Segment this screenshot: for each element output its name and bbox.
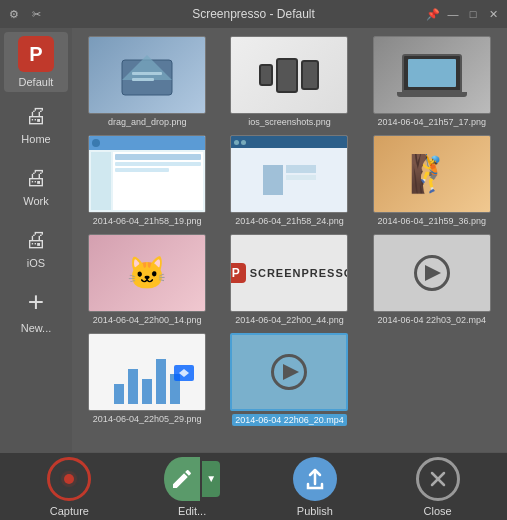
interface-dot: [92, 139, 100, 147]
publish-button[interactable]: Publish: [285, 457, 345, 517]
thumbnail-21h57[interactable]: 2014-06-04_21h57_17.png: [365, 36, 499, 127]
edit-icon[interactable]: [164, 457, 200, 501]
svg-rect-3: [132, 78, 154, 81]
interface-content: [89, 150, 205, 212]
thumb-image-drag-drop: [88, 36, 206, 114]
new-icon: +: [28, 286, 44, 318]
sidebar: P Default 🖨 Home 🖨 Work 🖨 iOS + New...: [0, 28, 72, 452]
title-bar-left: ⚙ ✂: [6, 6, 44, 22]
thumb-image-21h58-24: [230, 135, 348, 213]
work-icon: 🖨: [25, 165, 47, 191]
thumb-label-ios: ios_screenshots.png: [248, 117, 331, 127]
ios-icon: 🖨: [25, 227, 47, 253]
sidebar-item-new[interactable]: + New...: [4, 280, 68, 340]
main-area: P Default 🖨 Home 🖨 Work 🖨 iOS + New...: [0, 28, 507, 452]
thumbnail-22h06-20[interactable]: 2014-06-04 22h06_20.mp4: [222, 333, 356, 426]
sidebar-item-ios[interactable]: 🖨 iOS: [4, 218, 68, 278]
thumb-image-22h00-14: 🐱: [88, 234, 206, 312]
thumbnail-drag-drop[interactable]: drag_and_drop.png: [80, 36, 214, 127]
minimize-button[interactable]: —: [445, 6, 461, 22]
ios-visual: [231, 37, 347, 113]
sc-line-2: [286, 175, 316, 180]
screenshot-content: [263, 165, 316, 195]
thumb-label-22h00-14: 2014-06-04_22h00_14.png: [93, 315, 202, 325]
play-button-1: [414, 255, 450, 291]
interface-topbar: [89, 136, 205, 150]
content-line-2: [115, 162, 201, 166]
content-line-1: [115, 154, 201, 160]
sp-logo: P SCREENPRESSO: [230, 263, 348, 283]
bottom-toolbar: Capture ▼ Edit... Publish: [0, 452, 507, 520]
window-title: Screenpresso - Default: [192, 7, 315, 21]
thumb-label-21h58-19: 2014-06-04_21h58_19.png: [93, 216, 202, 226]
sidebar-item-default[interactable]: P Default: [4, 32, 68, 92]
close-icon: [416, 457, 460, 501]
interface-visual: [89, 136, 205, 212]
thumb-label-drag-drop: drag_and_drop.png: [108, 117, 187, 127]
thumb-image-21h59-36: 🧗: [373, 135, 491, 213]
screenpresso-visual: P SCREENPRESSO: [231, 235, 347, 311]
capture-svg: [55, 465, 83, 493]
tool-icon[interactable]: ✂: [28, 6, 44, 22]
svg-point-8: [64, 474, 74, 484]
laptop-screen: [408, 59, 456, 87]
thumb-label-21h57: 2014-06-04_21h57_17.png: [378, 117, 487, 127]
publish-svg: [302, 466, 328, 492]
thumb-image-22h03: [373, 234, 491, 312]
thumbnail-21h58-24[interactable]: 2014-06-04_21h58_24.png: [222, 135, 356, 226]
screenshot-bar: [231, 136, 347, 148]
drag-drop-visual: [89, 37, 205, 113]
sc-block-1: [263, 165, 283, 195]
maximize-button[interactable]: □: [465, 6, 481, 22]
play-triangle-2: [283, 364, 299, 380]
sidebar-item-work[interactable]: 🖨 Work: [4, 156, 68, 216]
home-icon: 🖨: [25, 103, 47, 129]
screenshot-visual: [231, 136, 347, 212]
video-visual-2: [232, 335, 346, 409]
sidebar-label-home: Home: [21, 133, 50, 145]
close-button[interactable]: Close: [408, 457, 468, 517]
capture-button[interactable]: Capture: [39, 457, 99, 517]
chart-bar-1: [114, 384, 124, 404]
thumbnail-22h03[interactable]: 2014-06-04 22h03_02.mp4: [365, 234, 499, 325]
laptop-shape: [402, 54, 462, 92]
play-triangle-1: [425, 265, 441, 281]
publish-label: Publish: [297, 505, 333, 517]
thumb-image-21h58-19: [88, 135, 206, 213]
thumbnail-21h59-36[interactable]: 🧗 2014-06-04_21h59_36.png: [365, 135, 499, 226]
chart-bar-3: [142, 379, 152, 404]
thumb-image-21h57: [373, 36, 491, 114]
thumbnail-22h00-14[interactable]: 🐱 2014-06-04_22h00_14.png: [80, 234, 214, 325]
thumb-image-ios: [230, 36, 348, 114]
sidebar-item-home[interactable]: 🖨 Home: [4, 94, 68, 154]
edit-svg: [170, 467, 194, 491]
ss-dot-2: [241, 140, 246, 145]
publish-icon: [293, 457, 337, 501]
capture-label: Capture: [50, 505, 89, 517]
edit-dropdown-arrow[interactable]: ▼: [202, 461, 220, 497]
thumbnail-21h58-19[interactable]: 2014-06-04_21h58_19.png: [80, 135, 214, 226]
edit-button-group[interactable]: ▼ Edit...: [162, 457, 222, 517]
chart-bar-4: [156, 359, 166, 404]
close-button[interactable]: ✕: [485, 6, 501, 22]
thumbnail-ios[interactable]: ios_screenshots.png: [222, 36, 356, 127]
sp-icon: P: [230, 263, 245, 283]
thumbnail-22h00-44[interactable]: P SCREENPRESSO 2014-06-04_22h00_44.png: [222, 234, 356, 325]
thumbnail-22h05-29[interactable]: 2014-06-04_22h05_29.png: [80, 333, 214, 426]
ss-dot-1: [234, 140, 239, 145]
title-bar-right: 📌 — □ ✕: [425, 6, 501, 22]
phone-small: [259, 64, 273, 86]
content-area: drag_and_drop.png ios_screenshots.png: [72, 28, 507, 452]
thumb-label-21h59-36: 2014-06-04_21h59_36.png: [378, 216, 487, 226]
chart-visual: [89, 334, 205, 410]
settings-icon[interactable]: ⚙: [6, 6, 22, 22]
laptop-base: [397, 92, 467, 97]
edit-area: ▼: [164, 457, 220, 501]
thumb-label-22h06-20: 2014-06-04 22h06_20.mp4: [232, 414, 347, 426]
play-button-2: [271, 354, 307, 390]
interface-sidebar-mini: [91, 152, 111, 210]
screenshot-body: [231, 148, 347, 212]
thumb-image-22h06-20: [230, 333, 348, 411]
edit-label: Edit...: [178, 505, 206, 517]
pin-icon[interactable]: 📌: [425, 6, 441, 22]
